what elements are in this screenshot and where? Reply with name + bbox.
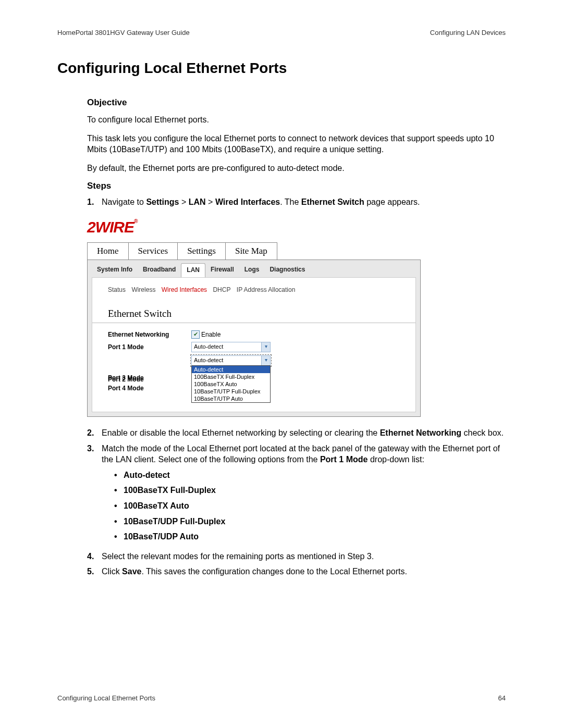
tab-settings[interactable]: Settings	[177, 242, 226, 260]
objective-line3: By default, the Ethernet ports are pre-c…	[87, 163, 506, 174]
list-item: 10BaseT/UDP Auto	[114, 531, 506, 542]
subtab-firewall[interactable]: Firewall	[205, 263, 239, 277]
subtab-system-info[interactable]: System Info	[92, 263, 138, 277]
tertiary-dhcp[interactable]: DHCP	[213, 286, 230, 293]
page-title: Configuring Local Ethernet Ports	[57, 60, 506, 77]
step-number: 1.	[87, 196, 102, 208]
tertiary-wired-interfaces[interactable]: Wired Interfaces	[162, 286, 207, 293]
ethernet-networking-label: Ethernet Networking	[108, 331, 191, 338]
port4-label: Port 4 Mode	[108, 385, 191, 392]
step-3: 3. Match the mode of the Local Ethernet …	[87, 443, 506, 547]
footer-left: Configuring Local Ethernet Ports	[57, 694, 155, 702]
header-right: Configuring LAN Devices	[430, 29, 506, 36]
page-header: HomePortal 3801HGV Gateway User Guide Co…	[57, 29, 506, 36]
step-4: 4. Select the relevant modes for the rem…	[87, 551, 506, 562]
objective-line2: This task lets you configure the local E…	[87, 133, 506, 155]
subtab-broadband[interactable]: Broadband	[138, 263, 181, 277]
logo-2wire: 2WIRE®	[87, 218, 421, 236]
header-left: HomePortal 3801HGV Gateway User Guide	[57, 29, 190, 36]
step-number: 4.	[87, 551, 102, 562]
tertiary-status[interactable]: Status	[108, 286, 126, 293]
step-number: 5.	[87, 566, 102, 577]
tab-sitemap[interactable]: Site Map	[225, 242, 277, 260]
dropdown-option[interactable]: Auto-detect	[192, 366, 270, 373]
tab-home[interactable]: Home	[87, 242, 129, 260]
tertiary-wireless[interactable]: Wireless	[131, 286, 155, 293]
section-divider	[92, 323, 415, 323]
tab-services[interactable]: Services	[128, 242, 178, 260]
port2-mode-select[interactable]: Auto-detect ▾	[191, 355, 271, 366]
subtab-lan[interactable]: LAN	[181, 263, 205, 277]
enable-checkbox[interactable]: ✔	[191, 330, 200, 339]
footer-page-number: 64	[498, 694, 506, 702]
port1-label: Port 1 Mode	[108, 343, 191, 351]
step-number: 2.	[87, 427, 102, 439]
dropdown-option[interactable]: 100BaseTX Full-Duplex	[192, 373, 270, 380]
tertiary-nav: Status Wireless Wired Interfaces DHCP IP…	[108, 286, 405, 293]
page-footer: Configuring Local Ethernet Ports 64	[57, 694, 506, 702]
objective-line1: To configure local Ethernet ports.	[87, 114, 506, 126]
step-2: 2. Enable or disable the local Ethernet …	[87, 427, 506, 439]
list-item: Auto-detect	[114, 470, 506, 481]
objective-heading: Objective	[87, 97, 506, 108]
dropdown-option[interactable]: 10BaseT/UTP Full-Duplex	[192, 388, 270, 395]
subtab-diagnostics[interactable]: Diagnostics	[264, 263, 310, 277]
port1-mode-select[interactable]: Auto-detect ▾	[191, 342, 271, 352]
chevron-down-icon: ▾	[261, 342, 270, 352]
list-item: 10BaseT/UDP Full-Duplex	[114, 516, 506, 527]
port2-dropdown-open: Auto-detect 100BaseTX Full-Duplex 100Bas…	[191, 365, 271, 403]
enable-label: Enable	[201, 331, 221, 338]
steps-heading: Steps	[87, 181, 506, 191]
primary-tabs: Home Services Settings Site Map	[87, 242, 421, 260]
list-item: 100BaseTX Full-Duplex	[114, 485, 506, 496]
tertiary-ip-allocation[interactable]: IP Address Allocation	[237, 286, 296, 293]
step-number: 3.	[87, 443, 102, 547]
dropdown-option[interactable]: 100BaseTX Auto	[192, 380, 270, 388]
dropdown-option[interactable]: 10BaseT/UTP Auto	[192, 395, 270, 402]
secondary-tabs: System Info Broadband LAN Firewall Logs …	[88, 260, 420, 277]
chevron-down-icon: ▾	[261, 356, 270, 365]
list-item: 100BaseTX Auto	[114, 500, 506, 512]
section-title: Ethernet Switch	[108, 308, 405, 319]
step-5: 5. Click Save. This saves the configurat…	[87, 566, 506, 577]
step-1: 1. Navigate to Settings > LAN > Wired In…	[87, 196, 506, 208]
port3-label: Port 3 Mode	[108, 374, 191, 381]
screenshot-panel: 2WIRE® Home Services Settings Site Map S…	[87, 218, 421, 417]
subtab-logs[interactable]: Logs	[239, 263, 265, 277]
